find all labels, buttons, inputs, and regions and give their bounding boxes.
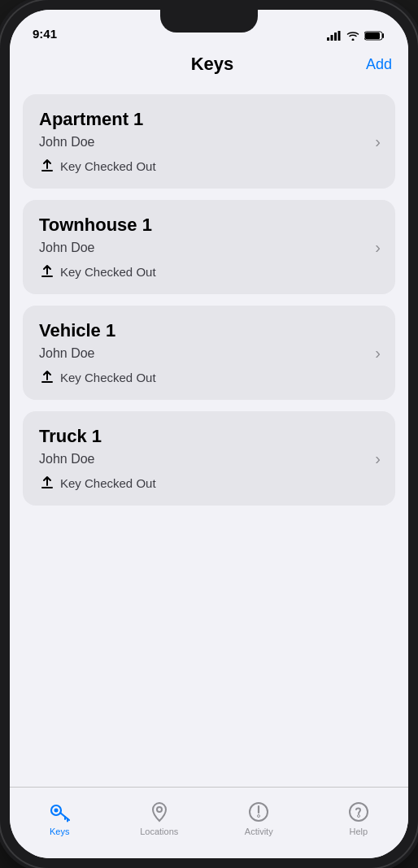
chevron-right-icon: › xyxy=(375,449,381,468)
key-card-owner: John Doe xyxy=(39,241,379,255)
svg-rect-7 xyxy=(41,276,53,277)
svg-point-15 xyxy=(157,807,162,812)
key-card-status: Key Checked Out xyxy=(39,369,379,385)
key-card-owner: John Doe xyxy=(39,135,379,150)
key-status-label: Key Checked Out xyxy=(60,476,156,490)
key-card-title: Apartment 1 xyxy=(39,109,379,130)
key-status-label: Key Checked Out xyxy=(60,265,156,279)
svg-rect-1 xyxy=(331,35,333,41)
page-title: Keys xyxy=(59,54,366,75)
svg-rect-8 xyxy=(41,381,53,383)
chevron-right-icon: › xyxy=(375,344,381,362)
checkout-icon xyxy=(39,158,55,174)
key-tab-icon xyxy=(48,801,71,823)
activity-tab-icon xyxy=(247,801,270,823)
location-tab-icon xyxy=(148,801,171,823)
signal-icon xyxy=(327,31,342,41)
key-card-status: Key Checked Out xyxy=(39,158,379,174)
key-card-truck-1[interactable]: Truck 1 John Doe Key Checked Out › xyxy=(23,411,395,506)
notch xyxy=(160,10,258,33)
keys-list: Apartment 1 John Doe Key Checked Out › T… xyxy=(10,85,408,787)
tab-activity[interactable]: Activity xyxy=(209,788,309,842)
svg-point-20 xyxy=(357,814,359,817)
svg-rect-3 xyxy=(338,31,341,41)
status-time: 9:41 xyxy=(33,27,57,41)
add-button[interactable]: Add xyxy=(366,56,392,73)
tab-keys[interactable]: Keys xyxy=(10,788,110,842)
tab-activity-label: Activity xyxy=(245,827,273,836)
tab-keys-label: Keys xyxy=(50,827,69,836)
svg-point-11 xyxy=(54,808,59,812)
checkout-icon xyxy=(39,475,55,491)
key-card-vehicle-1[interactable]: Vehicle 1 John Doe Key Checked Out › xyxy=(23,306,395,400)
wifi-icon xyxy=(346,31,359,41)
key-card-status: Key Checked Out xyxy=(39,475,379,491)
key-card-townhouse-1[interactable]: Townhouse 1 John Doe Key Checked Out › xyxy=(23,200,395,294)
svg-rect-6 xyxy=(41,170,53,171)
battery-icon xyxy=(364,31,385,41)
nav-header: Keys Add xyxy=(10,46,408,85)
checkout-icon xyxy=(39,369,55,385)
svg-rect-0 xyxy=(327,37,329,41)
svg-rect-2 xyxy=(334,33,337,41)
key-status-label: Key Checked Out xyxy=(60,159,156,173)
tab-bar: Keys Locations xyxy=(10,787,408,858)
phone-screen: 9:41 xyxy=(10,10,408,858)
key-card-apartment-1[interactable]: Apartment 1 John Doe Key Checked Out › xyxy=(23,94,395,189)
status-icons xyxy=(327,31,385,41)
svg-point-18 xyxy=(258,814,260,817)
chevron-right-icon: › xyxy=(375,132,381,151)
checkout-icon xyxy=(39,263,55,280)
key-card-title: Townhouse 1 xyxy=(39,215,379,236)
key-card-title: Vehicle 1 xyxy=(39,320,379,341)
svg-rect-9 xyxy=(41,487,53,488)
key-status-label: Key Checked Out xyxy=(60,371,156,384)
chevron-right-icon: › xyxy=(375,238,381,257)
key-card-owner: John Doe xyxy=(39,452,379,467)
key-card-title: Truck 1 xyxy=(39,426,379,447)
tab-locations-label: Locations xyxy=(140,827,178,836)
tab-help-label: Help xyxy=(349,827,368,836)
svg-rect-5 xyxy=(365,33,380,39)
key-card-owner: John Doe xyxy=(39,346,379,361)
help-tab-icon xyxy=(347,801,370,823)
phone-frame: 9:41 xyxy=(0,0,418,868)
key-card-status: Key Checked Out xyxy=(39,263,379,280)
tab-locations[interactable]: Locations xyxy=(110,788,210,842)
tab-help[interactable]: Help xyxy=(309,788,409,842)
